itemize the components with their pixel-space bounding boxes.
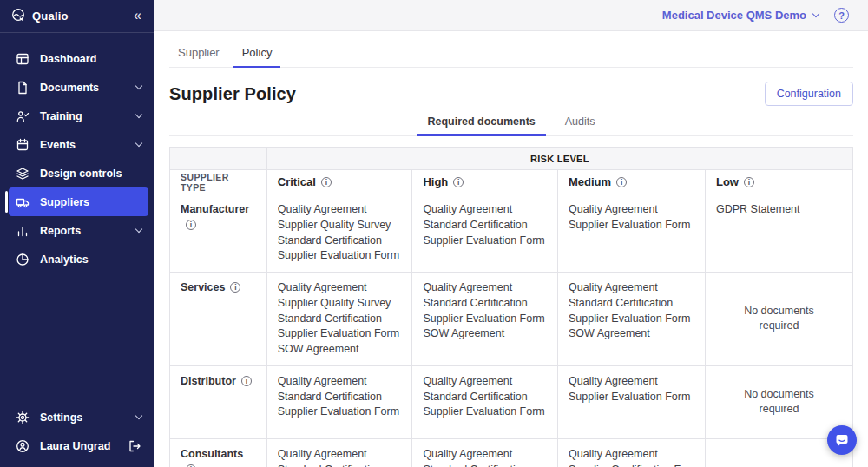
info-icon[interactable]: i: [744, 177, 754, 187]
tab-policy[interactable]: Policy: [233, 41, 281, 68]
sidebar-item-dashboard[interactable]: Dashboard: [9, 44, 148, 73]
document-item: Standard Certification: [278, 463, 402, 467]
document-item: Quality Agreement: [569, 447, 694, 463]
app-window: Qualio « DashboardDocumentsTrainingEvent…: [0, 0, 868, 467]
document-item: Standard Certification: [423, 390, 547, 405]
supplier-type-label: Distributor: [181, 375, 236, 387]
sidebar-item-events[interactable]: Events: [9, 130, 148, 159]
document-item: Supplier Evaluation Form: [278, 405, 402, 420]
document-item: Standard Certification: [278, 234, 402, 249]
risk-column-header-medium: Mediumi: [558, 170, 706, 194]
document-item: Quality Agreement: [278, 447, 402, 463]
table-row: DistributoriQuality AgreementStandard Ce…: [170, 365, 853, 438]
calendar-icon: [16, 138, 30, 152]
subtab-required-documents[interactable]: Required documents: [417, 109, 545, 136]
supplier-type-header: SUPPLIER TYPE: [170, 170, 267, 194]
document-item: Supplier Evaluation Form: [278, 326, 402, 342]
risk-column-label: High: [423, 175, 448, 188]
document-item: Supplier Evaluation Form: [569, 312, 694, 327]
corner-cell: [170, 148, 267, 170]
risk-level-row: RISK LEVEL: [170, 148, 853, 170]
sidebar-item-analytics[interactable]: Analytics: [9, 245, 148, 273]
chevron-down-icon: [135, 411, 142, 418]
documents-cell-critical: Quality AgreementSupplier Quality Survey…: [266, 194, 412, 273]
gear-icon: [16, 411, 30, 424]
sidebar-item-label: Reports: [40, 225, 126, 237]
chat-button[interactable]: [827, 425, 857, 455]
risk-column-header-high: Highi: [412, 170, 558, 194]
document-item: Quality Agreement: [569, 202, 694, 218]
table-row: ManufactureriQuality AgreementSupplier Q…: [170, 194, 853, 273]
tab-bar: SupplierPolicy: [169, 31, 853, 68]
document-item: Supplier Quality Survey: [278, 296, 402, 312]
brand-name: Qualio: [32, 10, 127, 23]
sidebar-item-design-controls[interactable]: Design controls: [9, 159, 148, 187]
info-icon[interactable]: i: [321, 177, 332, 187]
column-header-row: SUPPLIER TYPE CriticaliHighiMediumiLowi: [170, 170, 853, 194]
documents-cell-low: No documents required: [705, 365, 852, 438]
configuration-button[interactable]: Configuration: [765, 82, 853, 106]
sidebar-item-label: Events: [40, 139, 126, 151]
info-icon[interactable]: i: [241, 376, 252, 386]
document-item: Quality Agreement: [423, 280, 547, 296]
workspace-selector[interactable]: Medical Device QMS Demo: [662, 9, 819, 22]
sidebar-item-reports[interactable]: Reports: [9, 216, 148, 245]
sidebar-item-label: Settings: [40, 411, 126, 424]
risk-column-label: Critical: [278, 175, 316, 188]
info-icon[interactable]: i: [616, 177, 627, 187]
chevron-down-icon: [135, 110, 142, 117]
workspace-name: Medical Device QMS Demo: [662, 9, 806, 22]
supplier-type-label: Services: [181, 281, 225, 293]
documents-cell-high: Quality AgreementStandard CertificationS…: [412, 438, 558, 467]
document-item: Standard Certification: [423, 218, 547, 234]
document-item: Supplier Quality Survey: [278, 218, 402, 234]
documents-cell-medium: Quality AgreementSupplier Qualification …: [558, 438, 706, 467]
document-item: Supplier Evaluation Form: [423, 234, 547, 249]
sidebar-collapse-icon[interactable]: «: [134, 9, 141, 24]
sidebar-item-documents[interactable]: Documents: [9, 73, 148, 102]
no-documents-text: No documents required: [735, 387, 822, 418]
risk-column-label: Medium: [569, 175, 611, 188]
document-item: Standard Certification: [278, 390, 402, 405]
page-header: Supplier Policy Configuration: [169, 82, 853, 106]
sidebar-footer: SettingsLaura Ungrad: [0, 403, 154, 467]
info-icon[interactable]: i: [186, 464, 196, 467]
table-row: ServicesiQuality AgreementSupplier Quali…: [170, 273, 853, 366]
user-icon: [16, 439, 30, 453]
sidebar-item-settings[interactable]: Settings: [9, 403, 148, 431]
sidebar-item-suppliers[interactable]: Suppliers: [9, 187, 148, 216]
document-item: Quality Agreement: [423, 202, 547, 218]
logout-icon[interactable]: [128, 439, 141, 453]
tab-supplier[interactable]: Supplier: [169, 41, 228, 68]
document-item: Standard Certification: [278, 312, 402, 327]
sidebar-item-label: Documents: [40, 82, 126, 94]
sidebar-item-laura-ungrad[interactable]: Laura Ungrad: [9, 431, 148, 460]
documents-cell-medium: Quality AgreementStandard CertificationS…: [558, 273, 706, 366]
qualio-logo-icon: [11, 8, 25, 25]
document-item: SOW Agreement: [278, 342, 402, 358]
help-icon[interactable]: ?: [834, 8, 849, 23]
supplier-type-label: Manufacturer: [181, 203, 249, 215]
chevron-down-icon: [135, 225, 142, 232]
supplier-type-cell: Servicesi: [170, 273, 267, 366]
sidebar-item-training[interactable]: Training: [9, 102, 148, 130]
document-icon: [16, 81, 30, 95]
document-item: Quality Agreement: [423, 374, 547, 390]
subtab-audits[interactable]: Audits: [555, 109, 606, 136]
risk-column-header-critical: Criticali: [266, 170, 412, 194]
pie-chart-icon: [16, 253, 30, 266]
risk-level-header: RISK LEVEL: [266, 148, 852, 170]
info-icon[interactable]: i: [230, 282, 240, 293]
info-icon[interactable]: i: [186, 220, 196, 230]
document-item: Supplier Evaluation Form: [569, 218, 694, 234]
document-item: Quality Agreement: [423, 447, 547, 463]
sidebar-item-label: Design controls: [40, 168, 141, 180]
document-item: Quality Agreement: [569, 280, 694, 296]
documents-cell-high: Quality AgreementStandard CertificationS…: [412, 365, 558, 438]
training-icon: [16, 109, 30, 123]
sidebar: Qualio « DashboardDocumentsTrainingEvent…: [0, 0, 154, 467]
supplier-type-cell: Distributori: [170, 365, 267, 438]
page-content: SupplierPolicy Supplier Policy Configura…: [154, 31, 868, 467]
info-icon[interactable]: i: [453, 177, 464, 187]
documents-cell-medium: Quality AgreementSupplier Evaluation For…: [558, 194, 706, 273]
